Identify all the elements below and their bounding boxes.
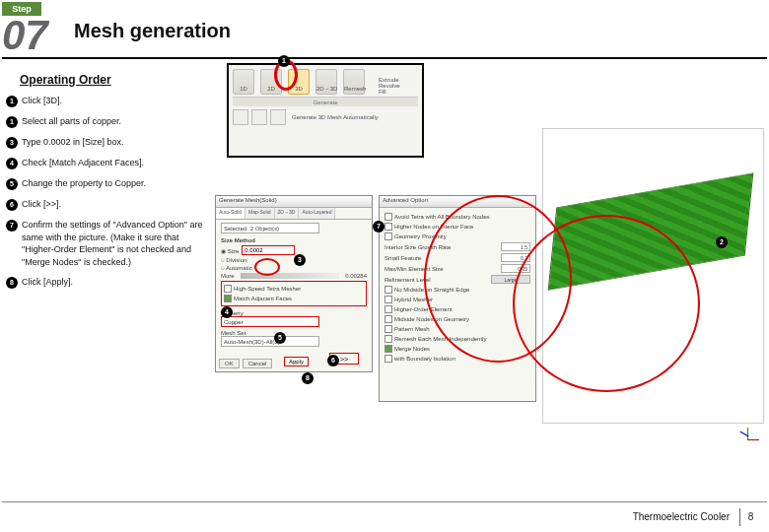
list-item: 6Click [>>].: [6, 198, 213, 211]
ribbon-2d3d-button[interactable]: 2D→3D: [315, 69, 337, 95]
page-title: Mesh generation: [74, 20, 231, 42]
step-text: Change the property to Copper.: [22, 177, 146, 190]
apply-button[interactable]: Apply: [284, 357, 309, 366]
callout-7: 7: [373, 221, 384, 233]
dialog-title: Generate Mesh(Solid): [216, 196, 372, 208]
hi-speed-check[interactable]: High-Speed Tetra Mesher: [224, 285, 364, 293]
footer-rule: [2, 501, 767, 502]
less-value: 0.00284: [345, 273, 367, 279]
ribbon-fill[interactable]: Fill: [379, 89, 400, 95]
callout-1: 1: [278, 55, 290, 67]
step-text: Check [Match Adjacent Faces].: [22, 157, 144, 169]
step-bullet: 8: [6, 277, 18, 289]
tab-auto-layered[interactable]: Auto-Layered: [299, 208, 335, 219]
step-bullet: 5: [6, 178, 18, 190]
callout-8: 8: [302, 372, 314, 384]
step-text: Confirm the settings of "Advanced Option…: [22, 219, 213, 268]
step-text: Select all parts of copper.: [22, 115, 121, 128]
list-item: 7Confirm the settings of "Advanced Optio…: [6, 219, 213, 268]
step-bullet: 1: [6, 116, 18, 128]
axis-triad-icon: [735, 422, 759, 445]
tab-2d3d[interactable]: 2D→3D: [275, 208, 300, 219]
step-bullet: 1: [6, 96, 18, 107]
ok-button[interactable]: OK: [219, 359, 240, 368]
dialog-button-bar: OK Cancel: [219, 359, 272, 368]
small-feat-label: Small Feature: [384, 255, 421, 261]
highlight-circle: [254, 258, 280, 276]
step-number: 07: [2, 14, 63, 57]
generate-mesh-dialog: Generate Mesh(Solid) Auto-Solid Map-Soli…: [215, 195, 373, 372]
callout-4: 4: [221, 306, 233, 318]
callout-3: 3: [294, 254, 306, 266]
list-item: 4Check [Match Adjacent Faces].: [6, 157, 213, 169]
page-number: 8: [739, 508, 761, 526]
step-bullet: 6: [6, 199, 18, 211]
list-item: 1Select all parts of copper.: [6, 115, 213, 128]
instruction-list: 1Click [3D]. 1Select all parts of copper…: [6, 95, 213, 297]
step-text: Type 0.0002 in [Size] box.: [22, 136, 124, 149]
step-text: Click [>>].: [22, 198, 61, 211]
callout-5: 5: [274, 332, 286, 344]
property-select[interactable]: Copper: [221, 316, 319, 327]
highlight-circle: [513, 215, 700, 392]
meshset-select[interactable]: Auto-Mesh(3D)-All(1): [221, 336, 319, 347]
tab-map-solid[interactable]: Map-Solid: [245, 208, 275, 219]
ribbon-remesh-button[interactable]: Remesh: [343, 69, 365, 95]
match-adjacent-check[interactable]: Match Adjacent Faces: [224, 295, 364, 302]
footer-title: Thermoelectric Cooler: [633, 511, 730, 522]
ribbon-1d-button[interactable]: 1D: [233, 69, 254, 95]
step-bullet: 4: [6, 158, 18, 169]
cube-icon[interactable]: [270, 109, 286, 125]
step-bullet: 7: [6, 220, 18, 232]
step-text: Click [Apply].: [22, 276, 73, 289]
list-item: 3Type 0.0002 in [Size] box.: [6, 136, 213, 149]
callout-2: 2: [716, 236, 728, 248]
more-label: More: [221, 273, 235, 279]
selection-field[interactable]: Selected: 2 Object(s): [221, 223, 319, 233]
generate-3d-mesh-button[interactable]: Generate 3D Mesh Automatically: [292, 114, 379, 121]
automatic-radio[interactable]: ○ Automatic: [221, 265, 252, 271]
align-icon[interactable]: [251, 109, 267, 125]
protrude-icon[interactable]: [233, 109, 248, 125]
title-underline: [2, 57, 767, 59]
list-item: 1Click [3D].: [6, 95, 213, 107]
step-bullet: 3: [6, 137, 18, 149]
list-item: 5Change the property to Copper.: [6, 177, 213, 190]
list-item: 8Click [Apply].: [6, 276, 213, 289]
operating-order-heading: Operating Order: [20, 73, 111, 87]
ribbon-screenshot: 1D 2D 3D 2D→3D Remesh Extrude Revolve Fi…: [227, 63, 424, 158]
hi-speed-group: High-Speed Tetra Mesher Match Adjacent F…: [221, 281, 367, 306]
division-radio[interactable]: ○ Division: [221, 257, 246, 263]
size-input[interactable]: [242, 245, 295, 255]
size-method-label: Size Method: [221, 237, 367, 243]
dialog-tabs: Auto-Solid Map-Solid 2D→3D Auto-Layered: [216, 208, 372, 220]
ribbon-group-label: Generate: [233, 97, 418, 106]
callout-6: 6: [327, 355, 339, 366]
step-text: Click [3D].: [22, 95, 62, 107]
size-radio[interactable]: ◉ Size: [221, 247, 239, 254]
tab-auto-solid[interactable]: Auto-Solid: [216, 208, 245, 219]
cancel-button[interactable]: Cancel: [243, 359, 273, 368]
